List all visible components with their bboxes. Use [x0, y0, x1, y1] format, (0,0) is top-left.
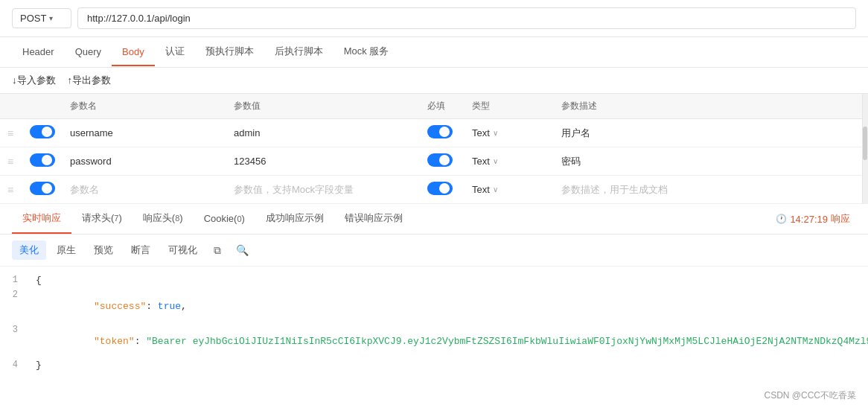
action-bar: ↓导入参数 ↑导出参数 [0, 68, 868, 94]
import-params-button[interactable]: ↓导入参数 [12, 74, 56, 87]
required-toggle-2[interactable] [427, 182, 453, 195]
tab-mock[interactable]: Mock 服务 [334, 37, 400, 67]
row-toggle-0[interactable] [30, 125, 55, 138]
param-value-0[interactable]: admin [234, 127, 260, 138]
json-key: "success" [71, 301, 146, 312]
main-tabs: Header Query Body 认证 预执行脚本 后执行脚本 Mock 服务 [0, 37, 868, 68]
view-tab-assert[interactable]: 断言 [124, 240, 158, 260]
import-label: ↓导入参数 [12, 74, 56, 87]
col-header-required: 必填 [420, 94, 465, 119]
param-desc-0[interactable]: 用户名 [561, 127, 590, 138]
col-header-type: 类型 [465, 94, 554, 119]
view-tab-raw[interactable]: 原生 [49, 240, 83, 260]
view-tabs: 美化 原生 预览 断言 可视化 ⧉ 🔍 [0, 235, 868, 267]
resp-tab-error-example[interactable]: 错误响应示例 [334, 204, 413, 234]
json-key: "token" [71, 336, 135, 347]
tab-header[interactable]: Header [12, 39, 65, 66]
response-label: 响应 [831, 212, 850, 226]
params-table: 参数名 参数值 必填 类型 参数描述 ≡ username admin Text… [0, 94, 868, 204]
scrollbar[interactable] [862, 94, 868, 204]
required-toggle-0[interactable] [427, 125, 453, 138]
col-header-desc: 参数描述 [554, 94, 868, 119]
method-select[interactable]: POST ▾ [12, 8, 71, 28]
export-params-button[interactable]: ↑导出参数 [68, 74, 112, 87]
type-chevron-icon-2: ∨ [493, 185, 498, 194]
time-display: 🕐 14:27:19 响应 [770, 212, 856, 226]
search-icon-button[interactable]: 🔍 [230, 241, 255, 259]
param-desc-2[interactable]: 参数描述，用于生成文档 [561, 184, 668, 195]
url-bar: POST ▾ [0, 0, 868, 37]
line-content: } [36, 360, 868, 373]
copy-icon-button[interactable]: ⧉ [208, 241, 227, 260]
view-tab-preview[interactable]: 预览 [86, 240, 121, 260]
line-number: 2 [0, 290, 24, 323]
table-row: ≡ username admin Text ∨ 用户名 [0, 119, 868, 147]
line-content: { [36, 275, 868, 288]
param-value-2[interactable]: 参数值，支持Mock字段变量 [234, 184, 354, 195]
method-chevron-icon: ▾ [49, 14, 53, 22]
type-select-2[interactable]: Text ∨ [472, 184, 546, 195]
col-header-drag [0, 94, 22, 119]
col-header-name: 参数名 [63, 94, 226, 119]
req-headers-badge: 7 [114, 214, 118, 223]
drag-handle-icon[interactable]: ≡ [7, 156, 13, 168]
tab-pre-script[interactable]: 预执行脚本 [195, 37, 264, 67]
required-toggle-1[interactable] [427, 153, 453, 167]
param-name-2[interactable]: 参数名 [70, 184, 99, 195]
response-code-area: 1 { 2 "success": true, 3 "token": "Beare… [0, 267, 868, 381]
clock-icon: 🕐 [776, 214, 787, 224]
type-chevron-icon-1: ∨ [493, 157, 498, 165]
url-input[interactable] [77, 7, 856, 29]
type-label-2: Text [472, 184, 490, 195]
resp-tab-realtime[interactable]: 实时响应 [12, 204, 71, 234]
view-tab-beautify[interactable]: 美化 [12, 240, 46, 260]
row-toggle-1[interactable] [30, 153, 55, 167]
code-line-2: 2 "success": true, [0, 289, 868, 324]
type-chevron-icon-0: ∨ [493, 129, 498, 137]
line-number: 3 [0, 325, 24, 358]
line-content: "token": "Bearer eyJhbGciOiJIUzI1NiIsInR… [36, 325, 868, 358]
method-label: POST [20, 13, 46, 24]
tab-body[interactable]: Body [112, 39, 155, 66]
param-value-1[interactable]: 123456 [234, 156, 266, 167]
resp-tab-success-example[interactable]: 成功响应示例 [255, 204, 334, 234]
export-label: ↑导出参数 [68, 74, 112, 87]
code-line-3: 3 "token": "Bearer eyJhbGciOiJIUzI1NiIsI… [0, 324, 868, 359]
view-tab-visualize[interactable]: 可视化 [161, 240, 205, 260]
code-line-4: 4 } [0, 359, 868, 374]
tab-post-script[interactable]: 后执行脚本 [264, 37, 334, 67]
time-value: 14:27:19 [790, 214, 828, 225]
tab-auth[interactable]: 认证 [155, 37, 195, 67]
line-content: "success": true, [36, 290, 868, 323]
param-name-0[interactable]: username [70, 127, 113, 138]
type-label-1: Text [472, 156, 490, 167]
col-header-toggle [22, 94, 63, 119]
type-select-0[interactable]: Text ∨ [472, 127, 546, 138]
table-row: ≡ password 123456 Text ∨ 密码 [0, 147, 868, 176]
drag-handle-icon[interactable]: ≡ [7, 184, 13, 196]
json-value: "Bearer eyJhbGciOiJIUzI1NiIsInR5cCI6IkpX… [146, 336, 868, 347]
param-name-1[interactable]: password [70, 156, 112, 167]
type-select-1[interactable]: Text ∨ [472, 156, 546, 167]
tab-query[interactable]: Query [65, 39, 112, 66]
line-number: 1 [0, 275, 24, 288]
drag-handle-icon[interactable]: ≡ [7, 127, 13, 139]
response-tabs: 实时响应 请求头(7) 响应头(8) Cookie(0) 成功响应示例 错误响应… [0, 204, 868, 235]
json-value: true [158, 301, 181, 312]
resp-tab-cookie[interactable]: Cookie(0) [194, 205, 255, 233]
scroll-thumb [863, 127, 867, 159]
type-label-0: Text [472, 127, 490, 138]
code-line-1: 1 { [0, 274, 868, 289]
table-row: ≡ 参数名 参数值，支持Mock字段变量 Text ∨ 参数描述，用于生成文档 [0, 176, 868, 204]
resp-tab-resp-headers[interactable]: 响应头(8) [133, 204, 194, 234]
param-desc-1[interactable]: 密码 [561, 156, 581, 167]
resp-headers-badge: 8 [175, 214, 179, 223]
col-header-value: 参数值 [226, 94, 420, 119]
resp-tab-req-headers[interactable]: 请求头(7) [71, 204, 133, 234]
line-number: 4 [0, 360, 24, 373]
cookie-badge: 0 [237, 214, 241, 223]
params-table-container: 参数名 参数值 必填 类型 参数描述 ≡ username admin Text… [0, 94, 868, 204]
row-toggle-2[interactable] [30, 182, 55, 195]
